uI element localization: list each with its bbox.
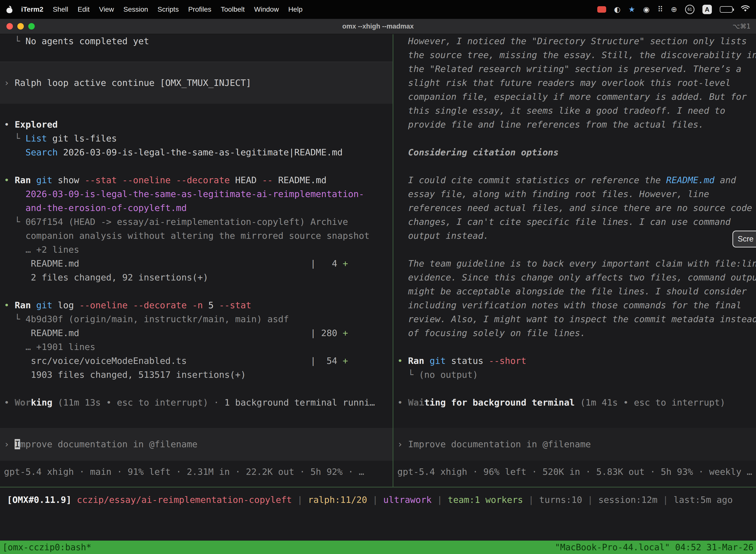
menu-item-toolbelt[interactable]: Toolbelt <box>216 5 250 13</box>
diffstat-summary: 2 files changed, 92 insertions(+) <box>0 271 393 284</box>
blank-row <box>393 131 756 146</box>
blank-row <box>0 382 393 396</box>
thinking-line: However, I noticed the "Directory Struct… <box>393 34 756 48</box>
right-prompt-input-box[interactable]: › Improve documentation in @filename <box>393 428 756 461</box>
window-shortcut-badge: ⌥⌘1 <box>733 22 751 30</box>
footer-divider-horizontal <box>0 487 756 488</box>
desktop: { "menubar": { "items": [ {"label":"iTer… <box>0 0 756 554</box>
essay-filename-line1: 2026-03-09-is-legal-the-same-as-legitima… <box>0 187 393 201</box>
tmux-host-clock-label: "MacBook-Pro-44.local" 04:52 31-Mar-26 <box>555 541 754 554</box>
diffstat-row: src/voice/voiceModeEnabled.ts | 54 + <box>0 354 393 368</box>
close-button[interactable] <box>6 23 13 30</box>
prompt-input[interactable]: › Improve documentation in @filename <box>393 437 591 451</box>
menu-item-scripts[interactable]: Scripts <box>153 5 184 13</box>
thinking-heading: Considering citation options <box>393 146 756 159</box>
explored-header: • Explored <box>0 118 393 131</box>
left-model-status: gpt-5.4 xhigh · main · 91% left · 2.31M … <box>0 465 393 479</box>
commit-line: └ 067f154 (HEAD -> essay/ai-reimplementa… <box>0 215 393 229</box>
input-source-icon[interactable]: A <box>702 5 712 14</box>
right-transcript: However, I noticed the "Directory Struct… <box>393 34 756 409</box>
right-terminal-pane: However, I noticed the "Directory Struct… <box>393 34 756 554</box>
charging-bolt-icon <box>725 8 728 12</box>
left-transcript: • Explored └ List git ls-files Search 20… <box>0 104 393 409</box>
globe-icon[interactable]: ◐ <box>614 6 621 13</box>
tmux-session-label: [omx-cczip0:bash* <box>2 541 91 554</box>
wifi-icon[interactable] <box>741 5 750 14</box>
screen-recording-indicator-icon[interactable] <box>597 6 606 13</box>
menu-item-edit[interactable]: Edit <box>73 5 94 13</box>
more-lines-row: … +2 lines <box>0 243 393 257</box>
no-output-line: └ (no output) <box>393 368 756 382</box>
window-title: omx --xhigh --madmax <box>0 22 756 30</box>
ralph-loop-banner: › Ralph loop active continue [OMX_TMUX_I… <box>0 62 393 104</box>
model-status-line: gpt-5.4 xhigh · 96% left · 520K in · 5.8… <box>393 465 756 479</box>
left-prompt-input-box[interactable]: › Improve documentation in @filename <box>0 428 393 461</box>
omx-session-status-bar: [OMX#0.11.9] cczip/essay/ai-reimplementa… <box>0 493 756 507</box>
menu-item-view[interactable]: View <box>94 5 119 13</box>
spark-icon[interactable]: ★ <box>629 6 635 13</box>
key-icon[interactable]: ⊕ <box>671 6 677 13</box>
zoom-button[interactable] <box>28 23 35 30</box>
thinking-line: essay file, along with finding root file… <box>393 187 756 201</box>
agents-empty-row: └ No agents completed yet <box>0 34 393 48</box>
diffstat-row: README.md | 4 + <box>0 257 393 271</box>
diffstat-row: README.md | 280 + <box>0 326 393 340</box>
menu-item-profiles[interactable]: Profiles <box>184 5 216 13</box>
thinking-line: output instead. <box>393 229 756 243</box>
diffstat-summary: 1903 files changed, 513517 insertions(+) <box>0 368 393 382</box>
thinking-line: The team guideline is to back every impo… <box>393 257 756 271</box>
ralph-loop-row: › Ralph loop active continue [OMX_TMUX_I… <box>0 76 251 90</box>
thinking-line: I could cite commit statistics or refere… <box>393 173 756 187</box>
window-title-bar: omx --xhigh --madmax ⌥⌘1 <box>0 19 756 34</box>
working-status-row: • Working (11m 13s • esc to interrupt) ·… <box>0 396 393 409</box>
right-model-status: gpt-5.4 xhigh · 96% left · 520K in · 5.8… <box>393 465 756 479</box>
prompt-input[interactable]: › Improve documentation in @filename <box>0 437 197 451</box>
minimize-button[interactable] <box>17 23 24 30</box>
blank-row <box>393 340 756 354</box>
battery-icon[interactable] <box>720 6 733 13</box>
blank-row <box>0 284 393 298</box>
more-lines-row: … +1901 lines <box>0 340 393 354</box>
thinking-line: the source tree, missing the essay. Stil… <box>393 48 756 62</box>
traffic-lights <box>6 23 35 30</box>
thinking-line: provide file and line references from th… <box>393 118 756 131</box>
essay-filename-line2: and-the-erosion-of-copyleft.md <box>0 201 393 215</box>
dots-grid-icon[interactable]: ⠿ <box>657 6 663 13</box>
terminal-area: └ No agents completed yet › Ralph loop a… <box>0 34 756 554</box>
blank-row <box>393 382 756 396</box>
thinking-line: review. Also, I might want to inspect th… <box>393 312 756 326</box>
omx-status-line: [OMX#0.11.9] cczip/essay/ai-reimplementa… <box>3 493 756 507</box>
screen-edge-tooltip[interactable]: Scre <box>733 231 756 247</box>
blank-row <box>393 243 756 257</box>
app-circle-icon[interactable]: ◉ <box>643 6 649 13</box>
agents-section: └ No agents completed yet <box>0 34 393 62</box>
waiting-status-row: • Waiting for background terminal (1m 41… <box>393 396 756 409</box>
thinking-line: slight risk that future readers may over… <box>393 76 756 90</box>
thinking-line: might be acceptable alongside the file l… <box>393 284 756 298</box>
thinking-line: references need actual files, and since … <box>393 201 756 215</box>
commit-line-cont: companion analysis without altering the … <box>0 229 393 243</box>
macos-menu-bar: iTerm2ShellEditViewSessionScriptsProfile… <box>0 0 756 19</box>
thinking-line: evidence. Since this change only affects… <box>393 271 756 284</box>
model-status-line: gpt-5.4 xhigh · main · 91% left · 2.31M … <box>0 465 393 479</box>
menu-item-shell[interactable]: Shell <box>48 5 73 13</box>
menu-item-window[interactable]: Window <box>250 5 284 13</box>
thinking-line: companion file, especially if more comme… <box>393 90 756 104</box>
menu-item-help[interactable]: Help <box>284 5 307 13</box>
blank-row <box>0 159 393 173</box>
blank-row <box>393 159 756 173</box>
thinking-line: including verification notes with those … <box>393 298 756 312</box>
ran-git-log-row: • Ran git log --oneline --decorate -n 5 … <box>0 298 393 312</box>
ran-git-status-row: • Ran git status --short <box>393 354 756 368</box>
blank-row <box>0 104 393 118</box>
menu-items: iTerm2ShellEditViewSessionScriptsProfile… <box>4 5 307 13</box>
menu-item-session[interactable]: Session <box>119 5 153 13</box>
thinking-line: of focusing solely on file lines. <box>393 326 756 340</box>
thinking-line: changes, I can't cite specific file line… <box>393 215 756 229</box>
tmux-status-bar: [omx-cczip0:bash* "MacBook-Pro-44.local"… <box>0 541 756 554</box>
battery-meter-icon[interactable]: 61 <box>685 5 694 14</box>
menu-item-iterm2[interactable]: iTerm2 <box>16 5 48 13</box>
tool-search-row: Search 2026-03-09-is-legal-the-same-as-l… <box>0 146 393 159</box>
menubar-status-icons: ◐ ★ ◉ ⠿ ⊕ 61 A <box>597 5 752 14</box>
apple-menu-icon[interactable] <box>6 6 12 13</box>
